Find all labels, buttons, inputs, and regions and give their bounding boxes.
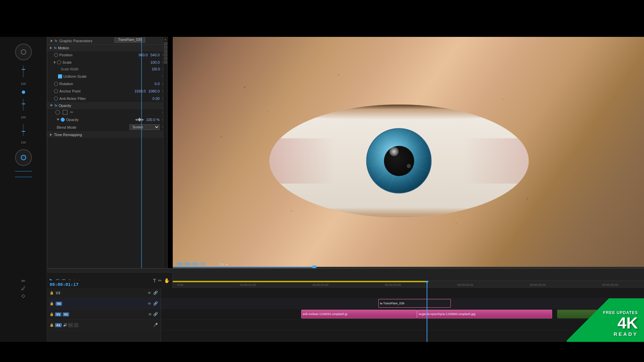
clip-name-tab: TransFlare_039	[114, 37, 145, 43]
anchor-y[interactable]: 1080.0	[148, 89, 160, 93]
time-remap-expand[interactable]	[50, 133, 52, 136]
slider-bar-1[interactable]	[23, 65, 24, 77]
track-row-v3[interactable]	[161, 288, 644, 298]
rotation-circle[interactable]	[54, 82, 58, 86]
preview-panel: 00:00:01:17 Fit ▼ ⏮ ◀◀ ◀ ⏹ ▶ ▶▶ ⏭ ⬜ | | …	[173, 37, 644, 285]
antiflicker-circle[interactable]	[54, 97, 58, 101]
brush-tool[interactable]: 🖊	[21, 286, 26, 291]
a1-m[interactable]: M	[68, 323, 73, 327]
blend-mode-select[interactable]: Screen Normal Multiply Add	[129, 124, 160, 130]
fit-chevron[interactable]: ▼	[225, 263, 228, 266]
opacity-path-icon[interactable]: ✏	[70, 110, 73, 115]
antiflicker-label: Anti-flicker Filter	[59, 97, 153, 101]
panel-scrollbar[interactable]: ▲ ▼	[163, 37, 167, 285]
time-mark-1: 00:00:01:00	[240, 283, 256, 287]
v2-eye[interactable]: 👁	[148, 302, 151, 306]
position-x[interactable]: 960.0	[139, 53, 148, 57]
timeline-timecode-display: 00:00:01:17	[47, 280, 107, 288]
transflare-clip[interactable]: fx TransFlare_039	[378, 299, 451, 308]
tool-hand[interactable]: ✋	[164, 278, 170, 283]
pencil-tool[interactable]: ✏	[21, 278, 25, 284]
anchor-circle[interactable]	[54, 89, 58, 93]
slider-value-1: 100	[21, 82, 26, 85]
v3-eye[interactable]: 👁	[148, 291, 151, 295]
time-mark-3: 00:00:03:00	[385, 283, 401, 287]
eugenia-clip[interactable]: eugenia-vysochyna-1155800-unsplash.jpg	[417, 310, 552, 318]
time-remapping-section: Time Remapping	[47, 131, 167, 138]
motion-expand[interactable]	[50, 47, 52, 49]
timeline-tc-value: 00:00:01:17	[50, 282, 78, 287]
slider-value-3: 100	[21, 141, 26, 144]
time-ruler: 0:00 00:00:01:00 00:00:02:00 00:00:03:00…	[161, 281, 644, 288]
scale-width-value[interactable]: 100.0	[152, 67, 160, 71]
slider-value-2: 100	[21, 116, 26, 119]
v1-link[interactable]: 🔗	[153, 312, 158, 316]
scale-value[interactable]: 100.0	[150, 60, 160, 64]
fx-icon-opacity: fx	[55, 104, 57, 107]
time-mark-4: 00:00:04:00	[457, 283, 473, 287]
line-accent-2	[15, 177, 32, 177]
v3-label: V3	[56, 291, 62, 295]
motion-label: Motion	[58, 46, 69, 50]
ruler-progress	[161, 281, 427, 282]
a1-eye[interactable]: 🔊	[63, 323, 67, 327]
blend-label: Blend Mode	[57, 125, 129, 129]
a1-s[interactable]: S	[74, 323, 78, 327]
opacity-section: fx Opacity ✏ ↺ Opacity ◀ ▶ 100.0 % ↺ Ble…	[47, 102, 167, 131]
anchor-x[interactable]: 1920.0	[135, 89, 146, 93]
preview-timecode: 00:00:01:17	[177, 261, 206, 266]
opacity-circle-icon[interactable]	[55, 110, 60, 115]
panel-playhead	[141, 37, 142, 279]
opacity-section-label: Opacity	[59, 104, 71, 108]
scale-expand[interactable]	[54, 61, 56, 64]
time-mark-5: 00:00:05:00	[530, 283, 546, 287]
position-y[interactable]: 540.0	[150, 53, 160, 57]
uniform-scale-check[interactable]: ✓	[58, 74, 62, 78]
track-label-v2: 🔒 V2 👁 🔗	[47, 298, 161, 309]
opacity-label: Opacity	[66, 118, 135, 122]
knob-1[interactable]	[15, 44, 32, 60]
tool-text[interactable]: T	[153, 278, 156, 283]
scale-width-label: Scale Width	[61, 67, 152, 71]
a1-mic[interactable]: 🎤	[153, 323, 158, 327]
v1-lock[interactable]: 🔒	[50, 312, 54, 316]
track-label-v1: 🔒 V1 V1 👁 🔗	[47, 309, 161, 320]
eye-container	[269, 74, 529, 248]
position-label: Position	[59, 53, 139, 57]
slider-bar-2[interactable]	[23, 99, 24, 111]
header-triangle[interactable]	[51, 40, 53, 42]
opacity-value[interactable]: 100.0 %	[146, 118, 160, 122]
v1-badge-v: V1	[55, 312, 61, 316]
opacity-blue-circle[interactable]	[61, 118, 65, 122]
rotation-label: Rotation	[59, 82, 155, 86]
opacity-square-icon[interactable]	[63, 110, 67, 115]
slider-bar-3[interactable]	[23, 124, 24, 136]
fit-dropdown-container[interactable]: Fit ▼	[220, 262, 228, 266]
v2-link[interactable]: 🔗	[153, 301, 158, 306]
v2-lock[interactable]: 🔒	[50, 302, 54, 305]
opacity-expand2[interactable]	[57, 119, 59, 121]
antiflicker-value[interactable]: 0.00	[153, 97, 160, 101]
opacity-nav-prev[interactable]: ◀	[135, 118, 138, 121]
knob-2[interactable]	[15, 149, 32, 166]
eraser-tool[interactable]: ◇	[21, 293, 25, 298]
transflare-clip-label: TransFlare_039	[383, 302, 404, 305]
line-accent	[15, 171, 32, 172]
opacity-keyframe[interactable]	[138, 118, 141, 121]
tool-pen[interactable]: ✏	[158, 278, 162, 283]
fx-icon-motion: fx	[54, 46, 57, 50]
a1-lock[interactable]: 🔒	[50, 323, 54, 327]
track-labels: 🔒 V3 👁 🔗 🔒 V2 👁 🔗 🔒 V1 V1 👁 🔗	[47, 281, 161, 343]
v3-lock[interactable]: 🔒	[50, 291, 54, 295]
position-stopwatch[interactable]	[54, 53, 58, 57]
watermark-4k: 4K	[618, 315, 638, 331]
a1-badge: A1	[55, 323, 62, 327]
rotation-value[interactable]: 0.0	[155, 82, 160, 86]
blue-dot-indicator	[22, 90, 25, 94]
erik-clip[interactable]: erik-mclean-1156091-unsplash.jp	[301, 310, 417, 318]
v3-link[interactable]: 🔗	[153, 291, 158, 295]
v1-badge-2: V1	[63, 312, 69, 316]
opacity-expand[interactable]	[50, 105, 53, 107]
v1-eye[interactable]: 👁	[148, 312, 152, 316]
scale-circle[interactable]	[57, 60, 61, 64]
